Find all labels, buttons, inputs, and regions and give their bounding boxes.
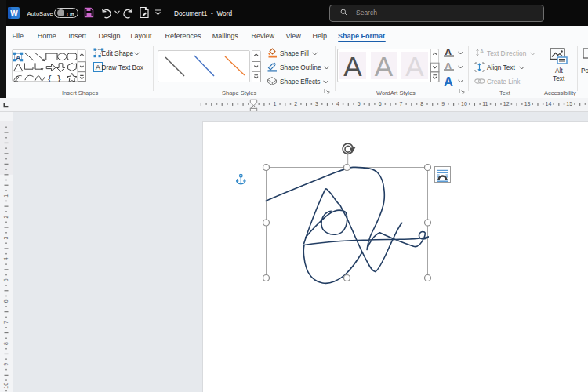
- svg-text:8: 8: [3, 341, 9, 344]
- svg-text:9: 9: [3, 362, 9, 365]
- svg-text:1: 1: [273, 101, 276, 107]
- svg-text:10: 10: [461, 101, 467, 107]
- svg-text:14: 14: [546, 101, 552, 107]
- svg-text:7: 7: [399, 101, 402, 107]
- svg-text:2: 2: [3, 215, 9, 218]
- svg-text:4: 4: [336, 101, 339, 107]
- svg-text:8: 8: [420, 101, 423, 107]
- svg-text:A: A: [480, 49, 484, 54]
- svg-text:3: 3: [315, 101, 318, 107]
- svg-text:6: 6: [379, 101, 382, 107]
- svg-text:2: 2: [294, 101, 297, 107]
- svg-text:3: 3: [3, 236, 9, 239]
- svg-text:1: 1: [3, 194, 9, 197]
- svg-text:11: 11: [482, 101, 488, 107]
- svg-text:5: 5: [358, 101, 361, 107]
- svg-text:9: 9: [441, 101, 445, 107]
- svg-text:5: 5: [3, 278, 9, 281]
- svg-text:13: 13: [524, 101, 531, 107]
- svg-text:10: 10: [3, 382, 9, 388]
- svg-text:7: 7: [3, 321, 9, 324]
- svg-text:6: 6: [3, 299, 9, 303]
- svg-text:12: 12: [503, 101, 510, 107]
- svg-text:15: 15: [566, 101, 572, 107]
- svg-text:4: 4: [3, 257, 9, 260]
